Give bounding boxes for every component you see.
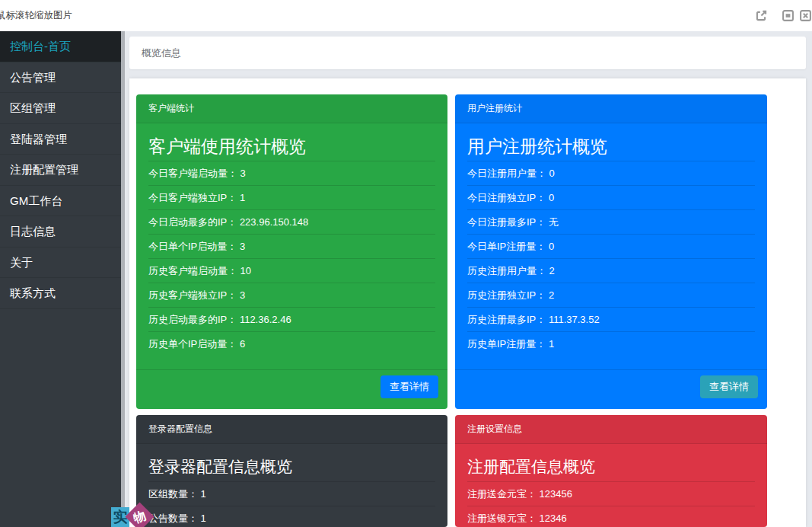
card-header: 客户端统计 xyxy=(136,94,447,123)
sidebar-item-label: 登陆器管理 xyxy=(10,133,67,145)
view-details-button[interactable]: 查看详情 xyxy=(700,375,758,398)
breadcrumb: 概览信息 xyxy=(142,37,181,69)
card-launcher-config: 登录器配置信息 登录器配置信息概览 区组数量： 1公告数量： 1 xyxy=(136,415,447,527)
sidebar-item[interactable]: 控制台-首页 xyxy=(0,31,121,62)
sidebar-item[interactable]: 日志信息 xyxy=(0,216,121,248)
stat-item: 今日注册最多IP： 无 xyxy=(467,210,755,235)
top-bar: 鼠标滚轮缩放图片 xyxy=(0,0,812,31)
stat-item: 今日注册独立IP： 0 xyxy=(467,186,755,210)
sidebar-item-label: 区组管理 xyxy=(10,101,56,114)
stat-item: 今日启动最多的IP： 223.96.150.148 xyxy=(148,210,435,235)
card-title: 注册配置信息概览 xyxy=(467,455,755,482)
sidebar-item[interactable]: 登陆器管理 xyxy=(0,124,121,155)
stat-item: 历史启动最多的IP： 112.36.2.46 xyxy=(148,308,435,332)
breadcrumb-bar: 概览信息 xyxy=(129,37,806,69)
card-header: 注册设置信息 xyxy=(455,415,767,444)
sidebar-nav: 控制台-首页 公告管理 区组管理 登陆器管理 注册配置管理 GM工作台 日志信息… xyxy=(0,31,121,527)
sidebar-item[interactable]: 区组管理 xyxy=(0,93,121,124)
sidebar-item-label: 关于 xyxy=(10,256,33,269)
sidebar-item-label: GM工作台 xyxy=(10,194,62,207)
stat-item: 历史注册用户量： 2 xyxy=(467,259,755,283)
stat-item: 今日客户端启动量： 3 xyxy=(148,161,435,186)
card-header: 用户注册统计 xyxy=(455,94,767,123)
stat-item: 历史单个IP启动量： 6 xyxy=(148,332,435,356)
sidebar-item[interactable]: 公告管理 xyxy=(0,62,121,94)
card-title: 用户注册统计概览 xyxy=(467,135,755,161)
sidebar-scrollbar-thumb[interactable] xyxy=(121,31,125,527)
card-header: 登录器配置信息 xyxy=(136,415,447,444)
sidebar-item[interactable]: 联系方式 xyxy=(0,278,121,309)
sidebar-item[interactable]: GM工作台 xyxy=(0,186,121,217)
stat-item: 今日单IP注册量： 0 xyxy=(467,235,755,259)
card-title: 客户端使用统计概览 xyxy=(148,135,435,161)
sidebar-item[interactable]: 注册配置管理 xyxy=(0,155,121,186)
stat-item: 公告数量： 1 xyxy=(148,506,435,527)
stat-item: 今日注册用户量： 0 xyxy=(467,161,755,186)
stat-item: 历史客户端启动量： 10 xyxy=(148,259,435,283)
card-client-stats: 客户端统计 客户端使用统计概览 今日客户端启动量： 3今日客户端独立IP： 1今… xyxy=(136,94,447,409)
card-user-register-stats: 用户注册统计 用户注册统计概览 今日注册用户量： 0今日注册独立IP： 0今日注… xyxy=(455,94,767,409)
close-icon[interactable] xyxy=(800,10,811,21)
sidebar-item-label: 联系方式 xyxy=(10,286,56,299)
sidebar-item-label: 日志信息 xyxy=(10,225,56,238)
stat-item: 注册送银元宝： 12346 xyxy=(467,506,755,527)
card-footer: 查看详情 xyxy=(455,369,767,409)
sidebar-item-label: 控制台-首页 xyxy=(10,40,71,53)
stat-item: 注册送金元宝： 123456 xyxy=(467,482,755,506)
sidebar-scrollbar[interactable] xyxy=(121,31,129,527)
stat-item: 历史单IP注册量： 1 xyxy=(467,332,755,356)
maximize-icon[interactable] xyxy=(782,10,794,21)
sidebar-item[interactable]: 关于 xyxy=(0,248,121,279)
stat-item: 今日客户端独立IP： 1 xyxy=(148,186,435,210)
stat-item: 历史注册独立IP： 2 xyxy=(467,283,755,308)
card-title: 登录器配置信息概览 xyxy=(148,455,435,482)
window-controls xyxy=(0,10,812,21)
stat-item: 历史注册最多IP： 111.37.3.52 xyxy=(467,308,755,332)
card-register-config: 注册设置信息 注册配置信息概览 注册送金元宝： 123456注册送银元宝： 12… xyxy=(455,415,767,527)
stat-item: 历史客户端独立IP： 3 xyxy=(148,283,435,308)
view-details-button[interactable]: 查看详情 xyxy=(381,375,438,398)
stat-item: 区组数量： 1 xyxy=(148,482,435,506)
sidebar-item-label: 注册配置管理 xyxy=(10,163,78,176)
sidebar-item-label: 公告管理 xyxy=(10,71,56,84)
stat-item: 今日单个IP启动量： 3 xyxy=(148,235,435,259)
open-external-icon[interactable] xyxy=(756,10,767,21)
card-footer: 查看详情 xyxy=(136,369,447,409)
